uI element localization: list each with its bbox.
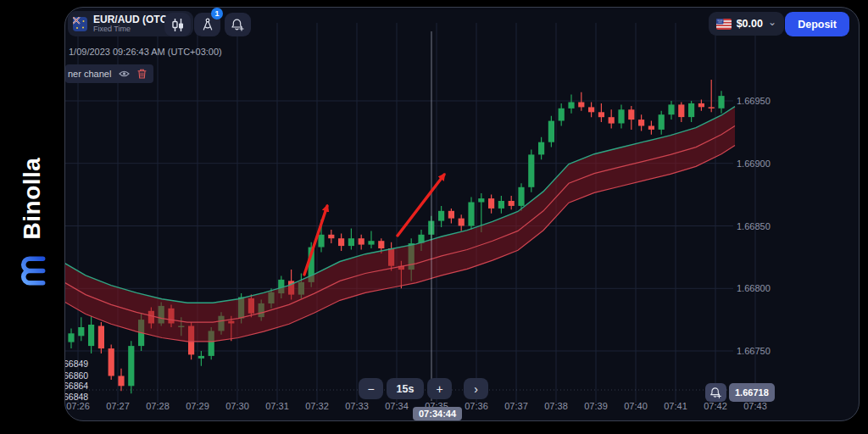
candle-body — [488, 198, 494, 209]
candle-body — [498, 201, 504, 209]
candle-body — [318, 235, 324, 248]
candle-body — [438, 211, 444, 221]
pair-flag-icon — [73, 17, 87, 31]
candle-body — [468, 203, 474, 226]
candle-body — [118, 376, 124, 387]
bell-plus-icon — [709, 387, 722, 398]
interval-toolbar: − 15s + › — [359, 378, 488, 399]
current-price-badge: 1.66718 — [729, 383, 775, 402]
asset-name: EUR/AUD (OTC) — [93, 14, 170, 25]
candle-body — [88, 325, 94, 346]
chart-type-button[interactable] — [164, 13, 191, 36]
price-axis-label: 1.66950 — [737, 96, 771, 106]
time-axis-label: 07:38 — [544, 401, 568, 411]
candle-body — [509, 201, 515, 206]
left-price-tag: 66848 — [65, 392, 88, 402]
candle-body — [638, 120, 644, 125]
candle-body — [609, 117, 615, 123]
candle-body — [528, 154, 534, 186]
brand-name: Binolla — [19, 158, 46, 240]
left-price-tags: 66849668606686466848 — [65, 359, 88, 402]
channel-band-fill — [65, 107, 735, 342]
candle-body — [548, 121, 554, 142]
candle-body — [198, 356, 204, 359]
candle-body — [628, 109, 634, 120]
price-axis-label: 1.66900 — [737, 159, 771, 169]
price-axis: 1.669501.669001.668501.668001.66750 — [737, 96, 771, 356]
candle-body — [688, 103, 694, 117]
bell-plus-icon — [231, 18, 245, 31]
candle-body — [328, 235, 334, 238]
time-axis-label: 07:28 — [146, 401, 170, 411]
candle-body — [709, 107, 715, 108]
alert-add-button[interactable] — [225, 13, 251, 36]
candle-body — [459, 219, 465, 226]
deposit-button[interactable]: Deposit — [785, 12, 849, 36]
interval-plus-button[interactable]: + — [427, 378, 452, 399]
asset-mode: Fixed Time — [93, 25, 170, 33]
alert-bell-chip[interactable] — [705, 383, 726, 402]
price-axis-label: 1.66850 — [737, 221, 771, 231]
interval-value[interactable]: 15s — [387, 378, 424, 399]
candle-body — [378, 241, 384, 248]
candle-body — [338, 238, 344, 246]
trend-arrow-annotation — [398, 175, 444, 236]
candle-body — [668, 104, 674, 114]
time-axis-label: 07:43 — [743, 401, 767, 411]
app: Binolla 1.669501.669001.668501.668001.66… — [0, 0, 868, 434]
candle-body — [618, 109, 624, 123]
candle-body — [478, 198, 484, 202]
left-price-tag: 66864 — [65, 381, 88, 391]
time-axis-label: 07:39 — [584, 401, 608, 411]
chart-timestamp: 1/09/2023 09:26:43 AM (UTC+03:00) — [69, 47, 222, 57]
grid — [65, 23, 755, 403]
price-axis-label: 1.66800 — [737, 283, 771, 293]
time-axis-label: 07:33 — [345, 401, 369, 411]
time-axis-label: 07:29 — [186, 401, 209, 411]
time-axis-label: 07:26 — [66, 401, 90, 411]
candle-body — [648, 126, 654, 130]
candle-body — [559, 108, 565, 121]
balance-selector[interactable]: $0.00 ⌄ — [709, 12, 784, 36]
time-axis-label: 07:34 — [385, 401, 409, 411]
chart-canvas[interactable]: 1.669501.669001.668501.668001.6675007:26… — [65, 8, 860, 421]
candle-body — [78, 327, 84, 336]
candle-body — [568, 103, 574, 108]
balance-amount: $0.00 — [737, 18, 763, 30]
candle-body — [368, 241, 374, 244]
left-price-tag: 66849 — [65, 359, 88, 369]
interval-minus-button[interactable]: − — [359, 378, 383, 399]
time-axis-label: 07:40 — [624, 401, 648, 411]
price-axis-label: 1.66750 — [737, 346, 771, 356]
candle-body — [68, 333, 74, 342]
topbar: EUR/AUD (OTC) Fixed Time ⌄ — [65, 8, 859, 43]
trash-icon[interactable] — [137, 69, 147, 79]
indicator-chip: ner chanel — [65, 64, 153, 83]
candle-body — [678, 104, 684, 117]
brand-rail: Binolla — [0, 0, 64, 434]
candle-body — [128, 346, 134, 386]
candle-body — [359, 238, 364, 244]
left-price-tag: 66860 — [65, 370, 88, 381]
candle-body — [659, 114, 665, 130]
scroll-right-button[interactable]: › — [464, 378, 488, 399]
time-axis-label: 07:36 — [465, 401, 488, 411]
candle-body — [348, 238, 354, 246]
time-axis-label: 07:41 — [664, 401, 687, 411]
candle-body — [538, 142, 544, 155]
binolla-logo-icon — [19, 254, 46, 287]
alerts-badge: 1 — [211, 8, 223, 19]
time-axis-label: 07:37 — [504, 401, 528, 411]
balance-chevron-down-icon: ⌄ — [768, 19, 776, 25]
time-axis-label: 07:32 — [305, 401, 329, 411]
candlestick-icon — [171, 18, 185, 32]
compass-icon — [201, 18, 214, 31]
candle-body — [718, 96, 724, 108]
candle-body — [98, 326, 104, 349]
us-flag-icon — [716, 19, 732, 30]
eye-icon[interactable] — [119, 70, 130, 78]
candle-body — [588, 107, 594, 112]
time-axis-label: 07:42 — [704, 401, 727, 411]
candle-body — [598, 112, 604, 117]
time-axis-label: 07:31 — [265, 401, 289, 411]
